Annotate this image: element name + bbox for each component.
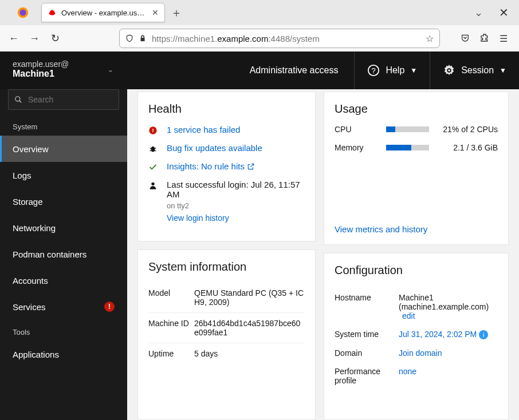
sidebar: example.user@ Machine1 ⌄ System Overview… bbox=[0, 51, 127, 420]
sysinfo-model-label: Model bbox=[148, 288, 194, 307]
error-icon: ! bbox=[148, 125, 159, 135]
nav-item-networking[interactable]: Networking bbox=[0, 215, 127, 241]
window-close-icon[interactable]: ✕ bbox=[499, 6, 509, 19]
sidebar-machine: Machine1 bbox=[13, 69, 69, 79]
health-insights-link[interactable]: Insights: No rule hits bbox=[167, 161, 255, 171]
svg-text:?: ? bbox=[372, 66, 376, 75]
config-perfprofile-label: Performance profile bbox=[335, 367, 399, 385]
system-information-card: System information ModelQEMU Standard PC… bbox=[137, 249, 316, 420]
health-failed-link[interactable]: 1 service has failed bbox=[167, 125, 240, 134]
config-hostname-label: Hostname bbox=[335, 293, 399, 302]
health-card: Health ! 1 service has failed Bug fix up… bbox=[137, 92, 316, 241]
last-login-text: Last successful login: Jul 26, 11:57 AM bbox=[167, 180, 305, 199]
svg-text:!: ! bbox=[152, 128, 154, 133]
search-icon bbox=[14, 96, 22, 104]
session-label: Session bbox=[461, 65, 494, 76]
sysinfo-machineid-label: Machine ID bbox=[148, 319, 194, 337]
check-icon bbox=[148, 161, 159, 172]
usage-memory-bar bbox=[386, 145, 429, 150]
configuration-card: Configuration Hostname Machine1 (machine… bbox=[324, 253, 509, 420]
nav-item-logs[interactable]: Logs bbox=[0, 162, 127, 188]
content-area: Health ! 1 service has failed Bug fix up… bbox=[127, 89, 519, 420]
svg-point-11 bbox=[151, 146, 155, 152]
config-hostname-edit-link[interactable]: edit bbox=[402, 311, 415, 320]
usage-cpu-label: CPU bbox=[335, 125, 386, 134]
sysinfo-title: System information bbox=[148, 260, 305, 274]
sidebar-host-switcher[interactable]: example.user@ Machine1 ⌄ bbox=[0, 51, 127, 89]
config-perfprofile-link[interactable]: none bbox=[399, 367, 416, 376]
reload-button[interactable]: ↻ bbox=[47, 30, 63, 46]
sysinfo-machineid-value: 26b41d64bd1c4a51987bce60e099fae1 bbox=[194, 319, 305, 337]
user-icon bbox=[148, 180, 159, 190]
nav-item-storage[interactable]: Storage bbox=[0, 188, 127, 215]
config-domain-label: Domain bbox=[335, 348, 399, 358]
usage-cpu-bar bbox=[386, 126, 429, 132]
help-label: Help bbox=[386, 65, 404, 76]
firefox-icon bbox=[16, 6, 30, 19]
nav-section-tools: Tools bbox=[0, 320, 127, 341]
last-login-tty: on tty2 bbox=[167, 201, 305, 210]
config-title: Configuration bbox=[335, 264, 498, 277]
forward-button[interactable]: → bbox=[26, 30, 42, 46]
health-title: Health bbox=[148, 102, 305, 116]
sysinfo-model-value: QEMU Standard PC (Q35 + ICH9, 2009) bbox=[194, 288, 305, 307]
lock-icon bbox=[139, 34, 146, 42]
help-icon: ? bbox=[367, 64, 380, 77]
session-menu[interactable]: Session ▼ bbox=[430, 51, 519, 89]
sidebar-search[interactable] bbox=[8, 89, 119, 110]
url-bar[interactable]: https://machine1.example.com:4488/system… bbox=[119, 29, 440, 48]
bug-icon bbox=[148, 143, 159, 153]
view-login-history-link[interactable]: View login history bbox=[167, 213, 305, 223]
info-icon[interactable]: i bbox=[479, 330, 488, 339]
svg-line-15 bbox=[155, 150, 156, 151]
help-menu[interactable]: ? Help ▼ bbox=[355, 51, 430, 89]
new-tab-button[interactable]: ＋ bbox=[170, 6, 183, 19]
config-hostname-value: Machine1 bbox=[399, 293, 498, 302]
browser-chrome: Overview - example.user@ ✕ ＋ ⌄ ✕ ← → ↻ h… bbox=[0, 0, 519, 51]
administrative-access-button[interactable]: Administrative access bbox=[234, 65, 355, 76]
usage-memory-value: 2.1 / 3.6 GiB bbox=[435, 143, 498, 152]
tab-title: Overview - example.user@ bbox=[61, 9, 147, 17]
top-header: Administrative access ? Help ▼ Session ▼ bbox=[127, 51, 519, 89]
svg-point-1 bbox=[20, 10, 26, 16]
caret-down-icon: ▼ bbox=[500, 66, 506, 74]
url-text: https://machine1.example.com:4488/system bbox=[152, 34, 320, 43]
redhat-icon bbox=[48, 8, 57, 17]
bookmark-star-icon[interactable]: ☆ bbox=[426, 33, 434, 44]
search-input[interactable] bbox=[27, 94, 113, 105]
browser-nav-bar: ← → ↻ https://machine1.example.com:4488/… bbox=[0, 25, 519, 51]
external-link-icon bbox=[247, 163, 255, 171]
browser-tab[interactable]: Overview - example.user@ ✕ bbox=[41, 3, 165, 22]
health-bugfix-link[interactable]: Bug fix updates available bbox=[167, 143, 262, 153]
nav-item-podman[interactable]: Podman containers bbox=[0, 241, 127, 267]
nav-item-accounts[interactable]: Accounts bbox=[0, 267, 127, 294]
tabs-dropdown-icon[interactable]: ⌄ bbox=[474, 6, 483, 19]
usage-card: Usage CPU 21% of 2 CPUs Memory 2.1 / 3.6… bbox=[324, 92, 509, 245]
hamburger-menu-icon[interactable]: ☰ bbox=[500, 33, 508, 44]
tab-close-icon[interactable]: ✕ bbox=[152, 8, 159, 17]
nav-item-overview[interactable]: Overview bbox=[0, 136, 127, 162]
extensions-icon[interactable] bbox=[480, 33, 489, 44]
pocket-icon[interactable] bbox=[461, 33, 470, 44]
alert-badge-icon: ! bbox=[104, 302, 115, 312]
config-systemtime-label: System time bbox=[335, 330, 399, 339]
svg-line-3 bbox=[19, 101, 22, 103]
nav-item-services[interactable]: Services! bbox=[0, 294, 127, 320]
usage-cpu-value: 21% of 2 CPUs bbox=[435, 125, 498, 134]
nav-section-system: System bbox=[0, 114, 127, 136]
svg-point-2 bbox=[15, 97, 20, 101]
caret-down-icon: ▼ bbox=[410, 66, 417, 74]
sysinfo-uptime-value: 5 days bbox=[194, 349, 305, 358]
sidebar-user: example.user@ bbox=[13, 60, 69, 69]
view-metrics-link[interactable]: View metrics and history bbox=[335, 224, 427, 234]
nav-item-applications[interactable]: Applications bbox=[0, 341, 127, 367]
config-hostname-fqdn: (machine1.example.com) bbox=[399, 302, 498, 311]
config-domain-link[interactable]: Join domain bbox=[399, 348, 442, 358]
svg-point-16 bbox=[151, 183, 154, 185]
back-button[interactable]: ← bbox=[6, 30, 22, 46]
sysinfo-uptime-label: Uptime bbox=[148, 349, 194, 358]
svg-point-8 bbox=[448, 69, 450, 72]
tab-bar: Overview - example.user@ ✕ ＋ ⌄ ✕ bbox=[0, 0, 519, 25]
shield-icon bbox=[125, 34, 133, 43]
config-systemtime-link[interactable]: Jul 31, 2024, 2:02 PM bbox=[399, 330, 477, 339]
